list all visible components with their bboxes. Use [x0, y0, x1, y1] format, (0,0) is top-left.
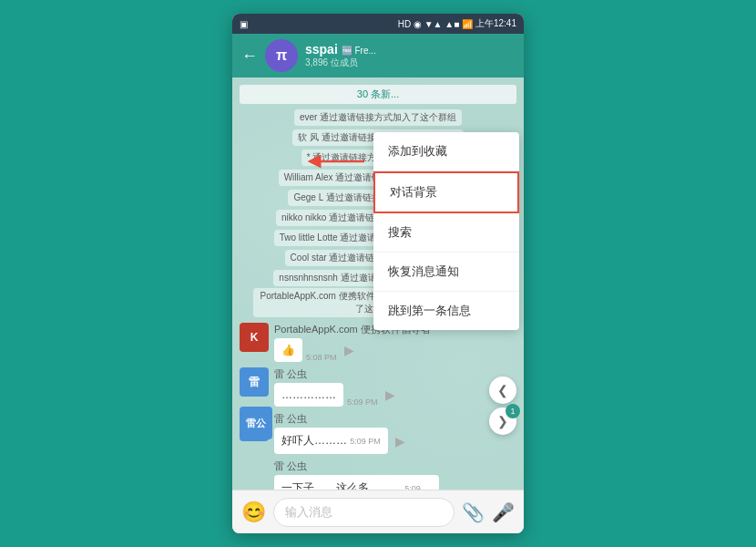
phone-container: ▣ HD ◉ ▼▲ ▲■ 📶 上午12:41 ← π sspai 🆓 Fre..…	[232, 14, 524, 533]
menu-item-jump-first[interactable]: 跳到第一条信息	[373, 292, 519, 330]
status-icon: ▣	[240, 19, 248, 29]
member-count: 3,896 位成员	[305, 57, 515, 69]
menu-item-add-favorites[interactable]: 添加到收藏	[373, 132, 519, 171]
chat-header: ← π sspai 🆓 Fre... 3,896 位成员	[232, 34, 524, 77]
message-row-2: 雷 雷 公虫 …………… 5:09 PM ▶	[240, 367, 516, 407]
menu-item-search[interactable]: 搜索	[373, 213, 519, 253]
menu-item-chat-background[interactable]: 对话背景	[373, 171, 519, 213]
message-input[interactable]: 输入消息	[273, 498, 455, 527]
message-bubble-1: 👍	[274, 338, 302, 362]
message-bubble-4: 一下子……这么多……… 5:09 PM	[274, 475, 439, 490]
bubble-wrap-2: 雷 公虫 …………… 5:09 PM ▶	[274, 367, 395, 407]
forward-button-3[interactable]: ▶	[395, 434, 405, 449]
avatar-portable: K	[240, 323, 269, 352]
chat-area[interactable]: 30 条新... ever 通过邀请链接方式加入了这个群组 软 风 通过邀请链接…	[232, 77, 524, 490]
emoji-button[interactable]: 😊	[241, 501, 266, 524]
back-button[interactable]: ←	[241, 46, 258, 66]
group-name: sspai 🆓 Fre...	[305, 42, 515, 57]
menu-item-restore-notifications[interactable]: 恢复消息通知	[373, 253, 519, 292]
bubble-wrap-3: 雷 公虫 好吓人……… 5:09 PM ▶	[274, 412, 405, 454]
sender-name-3: 雷 公虫	[274, 412, 405, 426]
attach-button[interactable]: 📎	[462, 501, 485, 523]
avatar-lei-1: 雷	[240, 367, 269, 397]
header-info: sspai 🆓 Fre... 3,896 位成员	[305, 42, 515, 69]
forward-button-1[interactable]: ▶	[344, 343, 354, 357]
unread-badge: 1	[506, 404, 520, 418]
input-placeholder: 输入消息	[285, 505, 332, 519]
system-msg-1: ever 通过邀请链接方式加入了这个群组	[240, 108, 516, 126]
message-row-3: 雷 雷 公虫 好吓人……… 5:09 PM ▶	[240, 412, 516, 454]
message-row-4: 雷 公虫 一下子……这么多……… 5:09 PM ▶	[240, 459, 516, 490]
sender-name-4: 雷 公虫	[274, 459, 456, 473]
message-bubble-3: 好吓人……… 5:09 PM	[274, 428, 388, 454]
message-bubble-2: ……………	[274, 383, 343, 407]
sender-name-2: 雷 公虫	[274, 367, 395, 381]
bottom-user-avatar: 雷公	[240, 407, 272, 439]
forward-button-4[interactable]: ▶	[446, 488, 456, 490]
mic-button[interactable]: 🎤	[492, 501, 515, 523]
bubble-wrap-4: 雷 公虫 一下子……这么多……… 5:09 PM ▶	[274, 459, 456, 490]
message-time-2: 5:09 PM	[347, 397, 378, 407]
scroll-down-button[interactable]: ❯ 1	[489, 408, 516, 435]
scroll-left-button[interactable]: ❮	[489, 377, 516, 404]
input-bar: 😊 输入消息 📎 🎤	[232, 490, 524, 533]
status-bar: ▣ HD ◉ ▼▲ ▲■ 📶 上午12:41	[232, 14, 524, 34]
status-right: HD ◉ ▼▲ ▲■ 📶 上午12:41	[398, 17, 516, 30]
scroll-fab: ❮ ❯ 1	[489, 377, 516, 435]
new-messages-bar: 30 条新...	[240, 85, 516, 104]
group-avatar: π	[265, 39, 298, 72]
status-time: 上午12:41	[475, 17, 516, 30]
status-left: ▣	[240, 19, 248, 29]
status-network: HD ◉ ▼▲ ▲■ 📶	[398, 19, 473, 29]
dropdown-menu: 添加到收藏 对话背景 搜索 恢复消息通知 跳到第一条信息	[373, 132, 519, 330]
message-time-1: 5:08 PM	[306, 353, 337, 362]
forward-button-2[interactable]: ▶	[385, 387, 395, 402]
